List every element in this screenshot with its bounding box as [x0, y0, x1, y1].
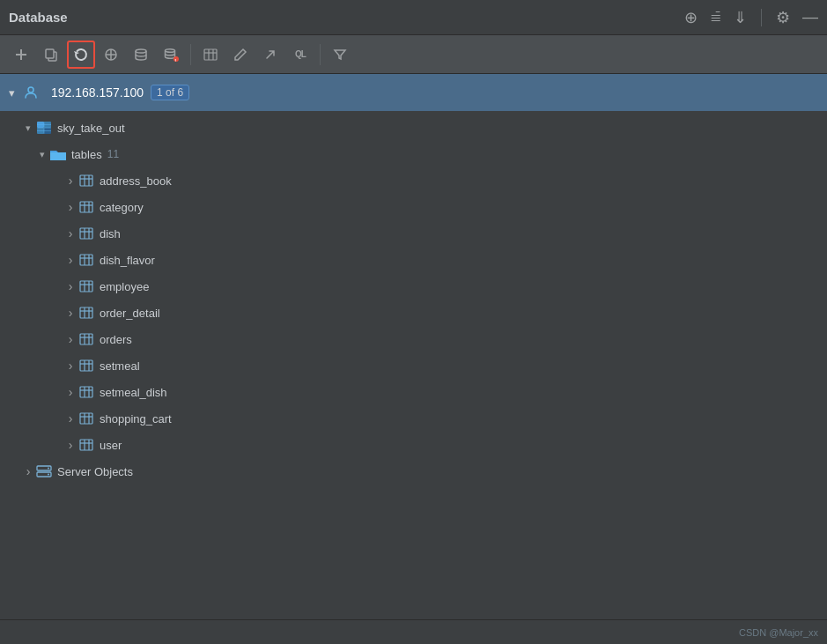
database-label: sky_take_out: [57, 122, 125, 135]
table-icon: [78, 436, 95, 454]
svg-rect-64: [80, 440, 92, 450]
table-name: order_detail: [100, 307, 160, 320]
table-icon: [78, 225, 95, 242]
table-chevron[interactable]: [63, 438, 78, 452]
schema-button[interactable]: [97, 41, 125, 69]
list-item[interactable]: dish: [0, 220, 827, 247]
list-item[interactable]: setmeal_dish: [0, 379, 827, 405]
table-icon: [78, 278, 95, 295]
svg-rect-32: [80, 228, 92, 239]
list-item[interactable]: address_book: [0, 167, 827, 194]
connection-badge: 1 of 6: [151, 85, 189, 100]
table-name: address_book: [100, 174, 172, 188]
table-name: setmeal_dish: [100, 386, 167, 399]
list-item[interactable]: employee: [0, 273, 827, 300]
table-chevron[interactable]: [63, 411, 78, 426]
divider: [761, 9, 762, 26]
server-objects-item[interactable]: Server Objects: [0, 458, 827, 485]
connection-row[interactable]: ▾ 192.168.157.100 1 of 6: [0, 74, 827, 111]
table-chevron[interactable]: [63, 174, 78, 188]
toolbar: ! QL: [0, 35, 827, 74]
table-name: employee: [100, 280, 149, 293]
svg-rect-52: [80, 360, 92, 371]
status-bar: CSDN @Major_xx: [0, 619, 827, 644]
svg-rect-11: [204, 49, 217, 60]
collapse-icon[interactable]: ⇓: [734, 8, 747, 27]
table-chevron[interactable]: [63, 385, 78, 399]
table-name: orders: [100, 333, 132, 346]
minimize-icon[interactable]: —: [802, 8, 818, 26]
list-item[interactable]: category: [0, 194, 827, 220]
connection-type-icon: [22, 84, 40, 101]
separator-2: [320, 44, 321, 65]
table-icon: [78, 410, 95, 427]
table-name: category: [100, 201, 144, 214]
tables-folder[interactable]: tables 11: [0, 141, 827, 167]
svg-point-15: [28, 87, 33, 93]
table-chevron[interactable]: [63, 200, 78, 214]
title-bar-actions: ⊕ ≡̄ ⇓ ⚙ —: [684, 8, 818, 27]
database-item[interactable]: sky_take_out: [0, 115, 827, 141]
tables-chevron[interactable]: [35, 147, 49, 161]
svg-point-71: [48, 474, 49, 476]
filter-button[interactable]: [326, 41, 354, 69]
database-button[interactable]: [127, 41, 155, 69]
svg-rect-60: [80, 413, 92, 424]
tables-label: tables: [71, 148, 102, 161]
svg-rect-24: [80, 175, 92, 186]
svg-point-70: [48, 468, 49, 470]
table-icon: [78, 251, 95, 269]
query-console-button[interactable]: QL: [286, 41, 314, 69]
svg-point-7: [136, 49, 146, 53]
edit-pencil-button[interactable]: [226, 41, 255, 69]
svg-rect-3: [46, 49, 54, 58]
separator-1: [190, 44, 191, 65]
refresh-button[interactable]: [67, 41, 95, 69]
table-icon: [78, 383, 95, 401]
svg-point-8: [166, 48, 175, 52]
jump-button[interactable]: [256, 41, 284, 69]
svg-rect-48: [80, 334, 92, 344]
table-chevron[interactable]: [63, 253, 78, 267]
table-name: shopping_cart: [100, 412, 172, 426]
table-chevron[interactable]: [63, 359, 78, 373]
add-connection-icon[interactable]: ⊕: [684, 8, 698, 27]
table-icon: [78, 357, 95, 374]
list-item[interactable]: setmeal: [0, 352, 827, 379]
list-item[interactable]: orders: [0, 326, 827, 352]
table-view-button[interactable]: [196, 41, 225, 69]
add-button[interactable]: [7, 41, 35, 69]
list-item[interactable]: user: [0, 432, 827, 458]
table-name: dish: [100, 227, 121, 241]
table-name: dish_flavor: [100, 254, 155, 267]
list-item[interactable]: order_detail: [0, 300, 827, 326]
svg-rect-28: [80, 202, 92, 212]
database-chevron[interactable]: [21, 121, 35, 135]
table-chevron[interactable]: [63, 306, 78, 320]
title-bar: Database ⊕ ≡̄ ⇓ ⚙ —: [0, 0, 827, 35]
copy-button[interactable]: [37, 41, 65, 69]
status-text: CSDN @Major_xx: [739, 627, 818, 638]
list-item[interactable]: dish_flavor: [0, 247, 827, 273]
list-item[interactable]: shopping_cart: [0, 405, 827, 432]
server-objects-chevron[interactable]: [21, 464, 35, 478]
database-error-button[interactable]: !: [157, 41, 185, 69]
collapse-all-icon[interactable]: ≡̄: [710, 9, 721, 26]
folder-icon: [49, 145, 67, 163]
table-icon: [78, 304, 95, 322]
table-icon: [78, 330, 95, 348]
table-chevron[interactable]: [63, 332, 78, 346]
server-objects-label: Server Objects: [57, 465, 133, 478]
svg-text:!: !: [174, 57, 176, 62]
table-chevron[interactable]: [63, 226, 78, 241]
svg-rect-40: [80, 281, 92, 292]
database-tree: sky_take_out tables 11 address_book: [0, 111, 827, 619]
table-name: setmeal: [100, 359, 140, 373]
server-icon: [35, 463, 53, 480]
database-icon: [35, 119, 53, 137]
settings-icon[interactable]: ⚙: [776, 8, 790, 27]
svg-rect-44: [80, 307, 92, 318]
connection-collapse-arrow[interactable]: ▾: [9, 86, 15, 100]
table-chevron[interactable]: [63, 279, 78, 293]
tables-count: 11: [107, 148, 119, 160]
